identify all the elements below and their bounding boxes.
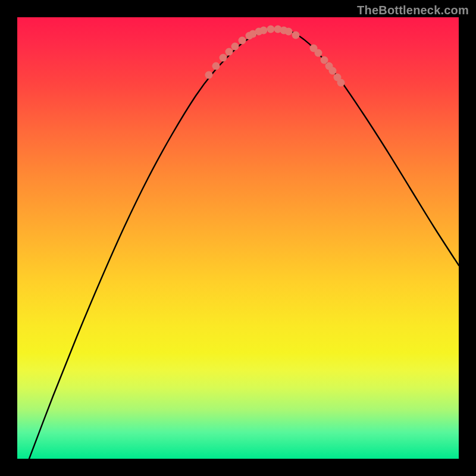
curve-marker — [337, 79, 345, 87]
curve-marker — [292, 32, 300, 39]
curve-marker — [267, 26, 275, 33]
curve-marker — [239, 37, 246, 45]
bottleneck-curve — [29, 29, 459, 459]
curve-marker — [205, 71, 213, 79]
curve-marker — [329, 67, 337, 75]
marker-group — [205, 26, 345, 87]
watermark-text: TheBottleneck.com — [357, 4, 469, 17]
chart-svg — [17, 17, 459, 459]
curve-marker — [220, 54, 227, 62]
curve-marker — [315, 49, 322, 57]
outer-frame: TheBottleneck.com — [0, 0, 476, 476]
curve-marker — [285, 28, 293, 36]
curve-marker — [231, 43, 239, 51]
curve-marker — [226, 48, 233, 56]
curve-marker — [260, 27, 268, 35]
curve-marker — [212, 62, 220, 70]
plot-area — [17, 17, 459, 459]
